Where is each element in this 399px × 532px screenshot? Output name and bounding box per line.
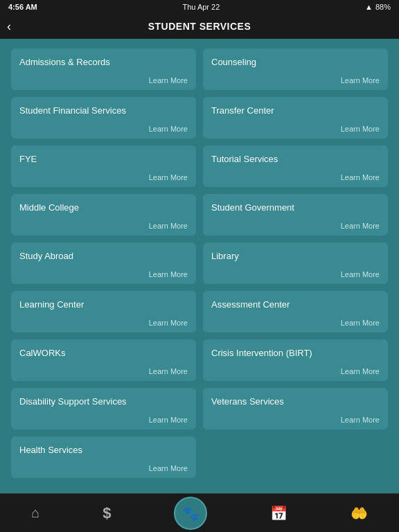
- card-disability[interactable]: Disability Support Services Learn More: [11, 388, 196, 429]
- card-library[interactable]: Library Learn More: [203, 242, 388, 284]
- status-date: Thu Apr 22: [183, 3, 220, 11]
- card-title-student-gov: Student Government: [211, 202, 380, 214]
- tab-support[interactable]: 🤲: [351, 505, 368, 522]
- tab-paw[interactable]: 🐾: [174, 497, 207, 530]
- card-assessment[interactable]: Assessment Center Learn More: [203, 291, 388, 332]
- card-admissions[interactable]: Admissions & Records Learn More: [11, 48, 196, 90]
- tab-home[interactable]: ⌂: [31, 505, 39, 521]
- learn-more-middle-college: Learn More: [19, 222, 188, 230]
- card-learning-center[interactable]: Learning Center Learn More: [11, 291, 196, 332]
- card-title-study-abroad: Study Abroad: [19, 251, 188, 263]
- learn-more-calworks: Learn More: [19, 367, 188, 375]
- card-crisis[interactable]: Crisis Intervention (BIRT) Learn More: [203, 339, 388, 381]
- card-title-middle-college: Middle College: [19, 202, 188, 214]
- card-student-gov[interactable]: Student Government Learn More: [203, 194, 388, 236]
- card-title-learning-center: Learning Center: [19, 299, 188, 311]
- services-grid: Admissions & Records Learn More Counseli…: [11, 48, 388, 478]
- card-title-calworks: CalWORKs: [19, 348, 188, 360]
- card-title-veterans: Veterans Services: [211, 396, 380, 408]
- home-icon: ⌂: [31, 505, 39, 521]
- card-financial[interactable]: Student Financial Services Learn More: [11, 97, 196, 139]
- card-middle-college[interactable]: Middle College Learn More: [11, 194, 196, 236]
- card-title-health: Health Services: [19, 445, 188, 456]
- learn-more-tutorial: Learn More: [211, 173, 380, 181]
- card-study-abroad[interactable]: Study Abroad Learn More: [11, 242, 196, 284]
- support-icon: 🤲: [351, 505, 368, 522]
- card-title-library: Library: [211, 251, 380, 263]
- card-fye[interactable]: FYE Learn More: [11, 145, 196, 187]
- learn-more-admissions: Learn More: [19, 76, 188, 85]
- card-title-fye: FYE: [19, 154, 188, 166]
- paw-icon: 🐾: [182, 505, 200, 522]
- card-counseling[interactable]: Counseling Learn More: [203, 48, 388, 90]
- tab-bar: ⌂ $ 🐾 📅 🤲: [0, 493, 399, 532]
- nav-bar: ‹ STUDENT SERVICES: [0, 14, 399, 39]
- learn-more-transfer: Learn More: [211, 125, 380, 133]
- calendar-icon: 📅: [270, 505, 287, 522]
- learn-more-health: Learn More: [19, 464, 188, 472]
- tab-financial[interactable]: $: [103, 504, 111, 522]
- card-veterans[interactable]: Veterans Services Learn More: [203, 388, 388, 429]
- back-button[interactable]: ‹: [7, 19, 11, 34]
- learn-more-crisis: Learn More: [211, 367, 380, 375]
- status-time: 4:56 AM: [8, 3, 37, 11]
- status-bar: 4:56 AM Thu Apr 22 ▲ 88%: [0, 0, 399, 14]
- learn-more-counseling: Learn More: [211, 76, 380, 85]
- page-title: STUDENT SERVICES: [148, 21, 251, 32]
- card-title-financial: Student Financial Services: [19, 105, 188, 117]
- scroll-content: Admissions & Records Learn More Counseli…: [0, 39, 399, 493]
- learn-more-assessment: Learn More: [211, 319, 380, 327]
- dollar-icon: $: [103, 504, 111, 522]
- learn-more-fye: Learn More: [19, 173, 188, 181]
- learn-more-library: Learn More: [211, 270, 380, 278]
- card-calworks[interactable]: CalWORKs Learn More: [11, 339, 196, 381]
- learn-more-disability: Learn More: [19, 416, 188, 424]
- status-icons: ▲ 88%: [365, 3, 391, 11]
- learn-more-financial: Learn More: [19, 125, 188, 133]
- card-title-disability: Disability Support Services: [19, 396, 188, 408]
- card-title-tutorial: Tutorial Services: [211, 154, 380, 166]
- card-title-counseling: Counseling: [211, 57, 380, 69]
- card-tutorial[interactable]: Tutorial Services Learn More: [203, 145, 388, 187]
- tab-calendar[interactable]: 📅: [270, 505, 287, 522]
- battery-indicator: 88%: [375, 3, 391, 11]
- card-transfer[interactable]: Transfer Center Learn More: [203, 97, 388, 139]
- card-title-assessment: Assessment Center: [211, 299, 380, 311]
- card-title-crisis: Crisis Intervention (BIRT): [211, 348, 380, 360]
- card-title-admissions: Admissions & Records: [19, 57, 188, 69]
- learn-more-study-abroad: Learn More: [19, 270, 188, 278]
- learn-more-student-gov: Learn More: [211, 222, 380, 230]
- learn-more-learning-center: Learn More: [19, 319, 188, 327]
- learn-more-veterans: Learn More: [211, 416, 380, 424]
- card-health[interactable]: Health Services Learn More: [11, 436, 196, 478]
- wifi-icon: ▲: [365, 3, 373, 11]
- card-title-transfer: Transfer Center: [211, 105, 380, 117]
